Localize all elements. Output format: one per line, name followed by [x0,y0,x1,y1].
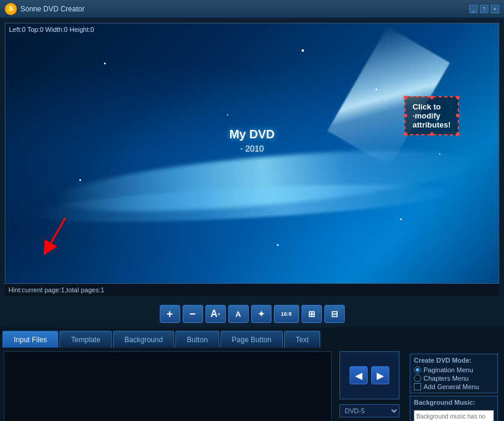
preview1-button[interactable]: ⊞ [302,305,322,323]
content-area: ◀ ▶ DVD-5 DVD-9 Blu-ray Create DVD Mode:… [0,348,504,421]
bottom-panel: ◀ ▶ DVD-5 DVD-9 Blu-ray Create DVD Mode:… [0,348,504,421]
tab-bar: Input Files Template Background Button P… [0,327,504,348]
background-music-title: Background Music: [414,399,494,406]
title-bar: S Sonne DVD Creator _ ? × [0,0,504,18]
tab-input-files[interactable]: Input Files [2,331,58,348]
dvd-prev-button[interactable]: ◀ [350,366,368,384]
close-button[interactable]: × [491,5,499,13]
dvd-title: My DVD - 2010 [229,128,275,153]
dvd-main-title: My DVD [229,128,275,141]
app-title: Sonne DVD Creator [20,5,469,13]
dvd-nav-box: ◀ ▶ [339,351,399,399]
help-button[interactable]: ? [480,5,488,13]
dvd-format-select[interactable]: DVD-5 DVD-9 Blu-ray [339,404,399,417]
chapters-menu-radio[interactable] [414,375,421,382]
create-dvd-mode-title: Create DVD Mode: [414,357,494,364]
add-general-menu-label: Add General Menu [424,383,479,390]
tab-page-button[interactable]: Page Button [220,331,283,348]
move-button[interactable]: ✦ [251,305,272,323]
tab-background[interactable]: Background [113,331,174,348]
remove-button[interactable]: − [183,305,203,323]
tab-text[interactable]: Text [284,331,320,348]
canvas-area: Left:0 Top:0 Width:0 Height:0 My DVD - 2… [0,18,504,301]
svg-line-1 [47,218,65,249]
dvd-subtitle: - 2010 [229,144,275,153]
settings-panel: Create DVD Mode: Pagination Menu Chapter… [407,351,500,421]
pagination-menu-radio[interactable] [414,366,421,373]
dvd-canvas[interactable]: Left:0 Top:0 Width:0 Height:0 My DVD - 2… [5,23,499,284]
text-smaller-button[interactable]: A [228,305,249,323]
pagination-menu-label: Pagination Menu [424,366,473,373]
app-icon: S [5,3,17,15]
hint-text: Hint:current page:1,total pages:1 [5,284,499,296]
window-controls: _ ? × [469,5,499,13]
tab-button[interactable]: Button [175,331,219,348]
preview2-button[interactable]: ⊟ [324,305,345,323]
pagination-menu-row: Pagination Menu [414,366,494,373]
text-larger-button[interactable]: A+ [205,305,226,323]
background-music-input[interactable] [414,410,494,421]
aspect-ratio-button[interactable]: 16:9 [274,305,299,323]
add-button[interactable]: + [160,305,180,323]
file-list-area[interactable] [4,351,332,421]
chapters-menu-row: Chapters Menu [414,375,494,382]
main-area: Left:0 Top:0 Width:0 Height:0 My DVD - 2… [0,18,504,301]
modify-box[interactable]: Click to·modifyattributes! [404,96,460,135]
background-music-group: Background Music: [410,396,498,421]
add-general-menu-row: Add General Menu [414,383,494,390]
dvd-preview-panel: ◀ ▶ DVD-5 DVD-9 Blu-ray [336,351,402,421]
add-general-menu-checkbox[interactable] [414,383,421,390]
toolbar: + − A+ A ✦ 16:9 ⊞ ⊟ [0,301,504,327]
tab-template[interactable]: Template [59,331,112,348]
chapters-menu-label: Chapters Menu [424,375,469,382]
canvas-info: Left:0 Top:0 Width:0 Height:0 [9,26,94,33]
create-dvd-mode-group: Create DVD Mode: Pagination Menu Chapter… [410,354,498,393]
dvd-next-button[interactable]: ▶ [371,366,389,384]
minimize-button[interactable]: _ [469,5,478,13]
